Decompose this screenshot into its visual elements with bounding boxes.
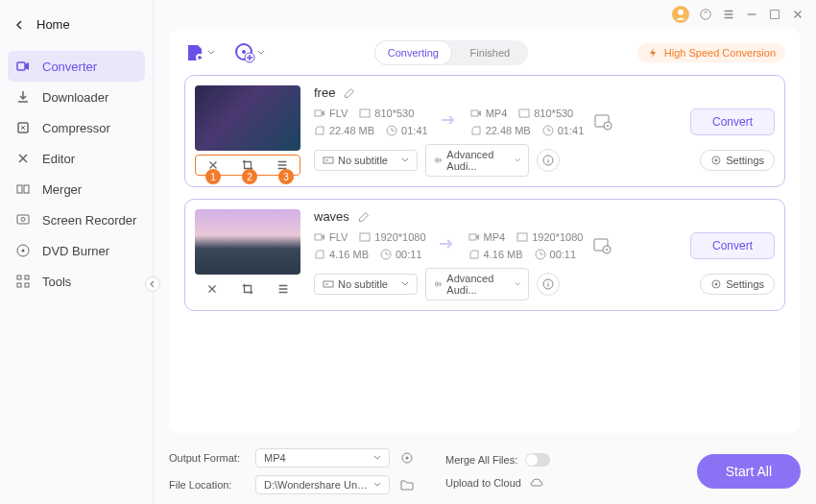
tab-converting[interactable]: Converting xyxy=(374,40,452,65)
svg-point-27 xyxy=(607,125,609,127)
subtitle-dropdown[interactable]: No subtitle xyxy=(314,274,418,295)
file-location-label: File Location: xyxy=(169,479,246,491)
chevron-down-icon xyxy=(401,156,409,164)
main: Converting Finished High Speed Conversio… xyxy=(154,0,816,504)
titlebar xyxy=(154,0,816,29)
sidebar-item-tools[interactable]: Tools xyxy=(0,266,153,297)
sidebar-item-dvd-burner[interactable]: DVD Burner xyxy=(0,235,153,266)
start-all-button[interactable]: Start All xyxy=(697,454,801,489)
size-icon xyxy=(468,249,480,260)
edit-icon[interactable] xyxy=(343,86,356,100)
sidebar-item-label: Editor xyxy=(42,152,75,166)
high-speed-button[interactable]: High Speed Conversion xyxy=(637,43,785,62)
add-file-button[interactable] xyxy=(184,42,215,63)
hamburger-icon[interactable] xyxy=(722,8,735,21)
sidebar-item-label: Downloader xyxy=(42,90,108,105)
audio-dropdown[interactable]: Advanced Audi... xyxy=(425,268,529,300)
audio-dropdown[interactable]: Advanced Audi... xyxy=(425,144,529,177)
subtitle-dropdown[interactable]: No subtitle xyxy=(314,150,418,171)
output-gear-icon[interactable] xyxy=(399,450,415,466)
dvd-icon xyxy=(15,243,31,258)
converter-icon xyxy=(15,59,31,74)
close-icon[interactable] xyxy=(791,8,804,21)
folder-icon[interactable] xyxy=(399,477,415,492)
gear-icon xyxy=(710,155,722,166)
info-button[interactable] xyxy=(537,149,560,172)
svg-rect-14 xyxy=(771,11,780,19)
svg-point-13 xyxy=(701,10,711,20)
content: Converting Finished High Speed Conversio… xyxy=(169,29,801,433)
output-format-dropdown[interactable]: MP4 xyxy=(255,448,390,468)
tabbar: Converting Finished xyxy=(374,40,528,65)
info-icon xyxy=(542,278,554,290)
sidebar-item-screen-recorder[interactable]: Screen Recorder xyxy=(0,204,153,235)
svg-point-12 xyxy=(678,10,684,15)
tools-icon xyxy=(15,274,31,289)
duration-icon xyxy=(380,249,392,260)
chevron-down-icon xyxy=(373,454,381,462)
sidebar-collapse[interactable] xyxy=(145,276,160,292)
crop-icon[interactable] xyxy=(241,282,254,296)
svg-rect-35 xyxy=(469,234,476,240)
resolution-icon xyxy=(359,231,371,243)
duration-icon xyxy=(386,125,397,136)
merger-icon xyxy=(15,181,31,197)
sidebar-item-label: Screen Recorder xyxy=(42,213,136,228)
video-icon xyxy=(314,231,325,243)
chevron-down-icon xyxy=(373,481,381,489)
chevron-down-icon xyxy=(207,49,215,57)
thumb-tools: 1 2 3 xyxy=(195,155,300,176)
edit-icon[interactable] xyxy=(357,210,371,224)
thumbnail[interactable] xyxy=(195,209,300,275)
format-settings-icon[interactable] xyxy=(592,236,612,255)
video-icon xyxy=(470,108,482,119)
trim-icon[interactable] xyxy=(205,282,219,296)
audio-icon xyxy=(434,155,443,166)
svg-rect-2 xyxy=(17,185,22,193)
chevron-down-icon xyxy=(401,280,409,288)
sidebar-item-merger[interactable]: Merger xyxy=(0,174,153,204)
sidebar-item-editor[interactable]: Editor xyxy=(0,143,153,174)
support-icon[interactable] xyxy=(699,8,712,21)
merge-toggle[interactable] xyxy=(525,453,550,467)
svg-rect-20 xyxy=(360,109,370,117)
upload-label: Upload to Cloud xyxy=(445,477,521,489)
svg-point-31 xyxy=(715,159,718,162)
badge-1: 1 xyxy=(205,169,221,184)
settings-button[interactable]: Settings xyxy=(700,274,775,295)
subtitle-icon xyxy=(323,155,334,166)
svg-rect-0 xyxy=(17,62,25,70)
tab-finished[interactable]: Finished xyxy=(452,40,528,65)
arrow-icon xyxy=(438,237,457,254)
download-icon xyxy=(15,89,31,105)
file-location-dropdown[interactable]: D:\Wondershare UniConverter 1 xyxy=(255,475,390,494)
minimize-icon[interactable] xyxy=(745,8,758,21)
convert-button[interactable]: Convert xyxy=(690,232,775,259)
svg-rect-9 xyxy=(25,276,29,279)
info-button[interactable] xyxy=(537,273,560,296)
size-icon xyxy=(470,125,482,136)
thumbnail[interactable] xyxy=(195,85,300,151)
add-dvd-button[interactable] xyxy=(234,42,265,63)
recorder-icon xyxy=(15,212,31,228)
resolution-icon xyxy=(516,231,528,243)
sidebar-item-label: Merger xyxy=(42,182,82,197)
toolbar: Converting Finished High Speed Conversio… xyxy=(184,40,785,65)
maximize-icon[interactable] xyxy=(768,8,781,21)
sidebar-item-converter[interactable]: Converter xyxy=(8,51,145,82)
sidebar-item-downloader[interactable]: Downloader xyxy=(0,82,153,112)
svg-point-5 xyxy=(21,218,25,222)
avatar[interactable] xyxy=(672,6,689,23)
cloud-icon[interactable] xyxy=(529,476,544,490)
settings-button[interactable]: Settings xyxy=(700,150,775,171)
effect-icon[interactable] xyxy=(276,282,290,296)
chevron-down-icon xyxy=(257,49,265,57)
svg-point-17 xyxy=(242,50,246,54)
sidebar: Home Converter Downloader Compressor Edi… xyxy=(0,0,154,504)
sidebar-item-compressor[interactable]: Compressor xyxy=(0,112,153,143)
format-settings-icon[interactable] xyxy=(593,112,612,132)
duration-icon xyxy=(535,249,546,260)
home-nav[interactable]: Home xyxy=(0,8,153,41)
thumb-tools xyxy=(195,278,300,300)
convert-button[interactable]: Convert xyxy=(690,108,775,135)
